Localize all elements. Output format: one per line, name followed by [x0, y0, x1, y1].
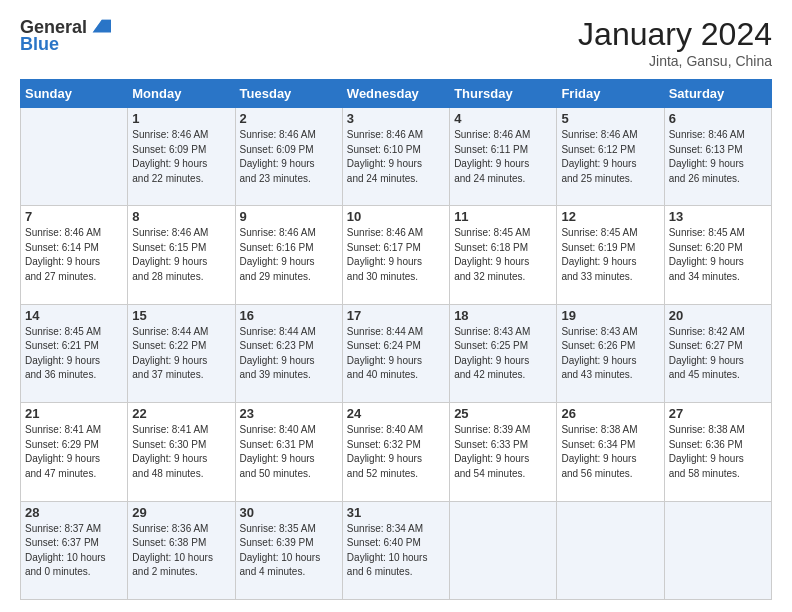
- table-row: 10Sunrise: 8:46 AM Sunset: 6:17 PM Dayli…: [342, 206, 449, 304]
- day-info: Sunrise: 8:46 AM Sunset: 6:09 PM Dayligh…: [240, 128, 338, 186]
- day-info: Sunrise: 8:45 AM Sunset: 6:18 PM Dayligh…: [454, 226, 552, 284]
- table-row: 7Sunrise: 8:46 AM Sunset: 6:14 PM Daylig…: [21, 206, 128, 304]
- day-info: Sunrise: 8:45 AM Sunset: 6:20 PM Dayligh…: [669, 226, 767, 284]
- day-info: Sunrise: 8:35 AM Sunset: 6:39 PM Dayligh…: [240, 522, 338, 580]
- day-number: 30: [240, 505, 338, 520]
- location-subtitle: Jinta, Gansu, China: [578, 53, 772, 69]
- day-info: Sunrise: 8:46 AM Sunset: 6:17 PM Dayligh…: [347, 226, 445, 284]
- table-row: 31Sunrise: 8:34 AM Sunset: 6:40 PM Dayli…: [342, 501, 449, 599]
- day-info: Sunrise: 8:44 AM Sunset: 6:22 PM Dayligh…: [132, 325, 230, 383]
- day-number: 5: [561, 111, 659, 126]
- table-row: 17Sunrise: 8:44 AM Sunset: 6:24 PM Dayli…: [342, 304, 449, 402]
- day-info: Sunrise: 8:42 AM Sunset: 6:27 PM Dayligh…: [669, 325, 767, 383]
- header-friday: Friday: [557, 80, 664, 108]
- title-area: January 2024 Jinta, Gansu, China: [578, 16, 772, 69]
- calendar-header-row: Sunday Monday Tuesday Wednesday Thursday…: [21, 80, 772, 108]
- header-monday: Monday: [128, 80, 235, 108]
- day-info: Sunrise: 8:45 AM Sunset: 6:21 PM Dayligh…: [25, 325, 123, 383]
- day-number: 9: [240, 209, 338, 224]
- month-title: January 2024: [578, 16, 772, 53]
- table-row: 13Sunrise: 8:45 AM Sunset: 6:20 PM Dayli…: [664, 206, 771, 304]
- header: General Blue January 2024 Jinta, Gansu, …: [20, 16, 772, 69]
- day-number: 10: [347, 209, 445, 224]
- table-row: 11Sunrise: 8:45 AM Sunset: 6:18 PM Dayli…: [450, 206, 557, 304]
- day-info: Sunrise: 8:46 AM Sunset: 6:12 PM Dayligh…: [561, 128, 659, 186]
- table-row: 30Sunrise: 8:35 AM Sunset: 6:39 PM Dayli…: [235, 501, 342, 599]
- header-thursday: Thursday: [450, 80, 557, 108]
- day-number: 27: [669, 406, 767, 421]
- table-row: 4Sunrise: 8:46 AM Sunset: 6:11 PM Daylig…: [450, 108, 557, 206]
- day-number: 20: [669, 308, 767, 323]
- table-row: 21Sunrise: 8:41 AM Sunset: 6:29 PM Dayli…: [21, 403, 128, 501]
- day-info: Sunrise: 8:46 AM Sunset: 6:14 PM Dayligh…: [25, 226, 123, 284]
- day-info: Sunrise: 8:41 AM Sunset: 6:30 PM Dayligh…: [132, 423, 230, 481]
- day-info: Sunrise: 8:46 AM Sunset: 6:13 PM Dayligh…: [669, 128, 767, 186]
- day-number: 3: [347, 111, 445, 126]
- day-info: Sunrise: 8:43 AM Sunset: 6:26 PM Dayligh…: [561, 325, 659, 383]
- table-row: 27Sunrise: 8:38 AM Sunset: 6:36 PM Dayli…: [664, 403, 771, 501]
- week-row-1: 1Sunrise: 8:46 AM Sunset: 6:09 PM Daylig…: [21, 108, 772, 206]
- day-info: Sunrise: 8:45 AM Sunset: 6:19 PM Dayligh…: [561, 226, 659, 284]
- table-row: 5Sunrise: 8:46 AM Sunset: 6:12 PM Daylig…: [557, 108, 664, 206]
- day-number: 7: [25, 209, 123, 224]
- day-number: 1: [132, 111, 230, 126]
- table-row: 12Sunrise: 8:45 AM Sunset: 6:19 PM Dayli…: [557, 206, 664, 304]
- page: General Blue January 2024 Jinta, Gansu, …: [0, 0, 792, 612]
- table-row: 8Sunrise: 8:46 AM Sunset: 6:15 PM Daylig…: [128, 206, 235, 304]
- day-number: 14: [25, 308, 123, 323]
- table-row: 22Sunrise: 8:41 AM Sunset: 6:30 PM Dayli…: [128, 403, 235, 501]
- day-number: 6: [669, 111, 767, 126]
- table-row: [664, 501, 771, 599]
- header-wednesday: Wednesday: [342, 80, 449, 108]
- day-info: Sunrise: 8:44 AM Sunset: 6:24 PM Dayligh…: [347, 325, 445, 383]
- day-number: 26: [561, 406, 659, 421]
- table-row: [557, 501, 664, 599]
- week-row-2: 7Sunrise: 8:46 AM Sunset: 6:14 PM Daylig…: [21, 206, 772, 304]
- day-info: Sunrise: 8:46 AM Sunset: 6:15 PM Dayligh…: [132, 226, 230, 284]
- table-row: 25Sunrise: 8:39 AM Sunset: 6:33 PM Dayli…: [450, 403, 557, 501]
- day-number: 8: [132, 209, 230, 224]
- table-row: 15Sunrise: 8:44 AM Sunset: 6:22 PM Dayli…: [128, 304, 235, 402]
- day-number: 22: [132, 406, 230, 421]
- table-row: 18Sunrise: 8:43 AM Sunset: 6:25 PM Dayli…: [450, 304, 557, 402]
- table-row: 26Sunrise: 8:38 AM Sunset: 6:34 PM Dayli…: [557, 403, 664, 501]
- table-row: 6Sunrise: 8:46 AM Sunset: 6:13 PM Daylig…: [664, 108, 771, 206]
- table-row: 2Sunrise: 8:46 AM Sunset: 6:09 PM Daylig…: [235, 108, 342, 206]
- day-info: Sunrise: 8:38 AM Sunset: 6:36 PM Dayligh…: [669, 423, 767, 481]
- table-row: [21, 108, 128, 206]
- day-info: Sunrise: 8:40 AM Sunset: 6:31 PM Dayligh…: [240, 423, 338, 481]
- table-row: 16Sunrise: 8:44 AM Sunset: 6:23 PM Dayli…: [235, 304, 342, 402]
- table-row: 24Sunrise: 8:40 AM Sunset: 6:32 PM Dayli…: [342, 403, 449, 501]
- table-row: 9Sunrise: 8:46 AM Sunset: 6:16 PM Daylig…: [235, 206, 342, 304]
- day-number: 13: [669, 209, 767, 224]
- day-info: Sunrise: 8:38 AM Sunset: 6:34 PM Dayligh…: [561, 423, 659, 481]
- day-info: Sunrise: 8:43 AM Sunset: 6:25 PM Dayligh…: [454, 325, 552, 383]
- day-number: 28: [25, 505, 123, 520]
- table-row: 19Sunrise: 8:43 AM Sunset: 6:26 PM Dayli…: [557, 304, 664, 402]
- week-row-4: 21Sunrise: 8:41 AM Sunset: 6:29 PM Dayli…: [21, 403, 772, 501]
- day-number: 29: [132, 505, 230, 520]
- day-info: Sunrise: 8:34 AM Sunset: 6:40 PM Dayligh…: [347, 522, 445, 580]
- day-number: 12: [561, 209, 659, 224]
- table-row: [450, 501, 557, 599]
- day-number: 4: [454, 111, 552, 126]
- day-number: 16: [240, 308, 338, 323]
- logo: General Blue: [20, 16, 111, 55]
- logo-icon: [89, 16, 111, 38]
- week-row-3: 14Sunrise: 8:45 AM Sunset: 6:21 PM Dayli…: [21, 304, 772, 402]
- day-info: Sunrise: 8:46 AM Sunset: 6:09 PM Dayligh…: [132, 128, 230, 186]
- table-row: 28Sunrise: 8:37 AM Sunset: 6:37 PM Dayli…: [21, 501, 128, 599]
- day-number: 15: [132, 308, 230, 323]
- day-number: 17: [347, 308, 445, 323]
- day-info: Sunrise: 8:40 AM Sunset: 6:32 PM Dayligh…: [347, 423, 445, 481]
- day-info: Sunrise: 8:46 AM Sunset: 6:16 PM Dayligh…: [240, 226, 338, 284]
- header-sunday: Sunday: [21, 80, 128, 108]
- day-info: Sunrise: 8:46 AM Sunset: 6:10 PM Dayligh…: [347, 128, 445, 186]
- day-info: Sunrise: 8:46 AM Sunset: 6:11 PM Dayligh…: [454, 128, 552, 186]
- calendar-table: Sunday Monday Tuesday Wednesday Thursday…: [20, 79, 772, 600]
- day-info: Sunrise: 8:36 AM Sunset: 6:38 PM Dayligh…: [132, 522, 230, 580]
- table-row: 3Sunrise: 8:46 AM Sunset: 6:10 PM Daylig…: [342, 108, 449, 206]
- day-info: Sunrise: 8:37 AM Sunset: 6:37 PM Dayligh…: [25, 522, 123, 580]
- day-number: 11: [454, 209, 552, 224]
- day-info: Sunrise: 8:41 AM Sunset: 6:29 PM Dayligh…: [25, 423, 123, 481]
